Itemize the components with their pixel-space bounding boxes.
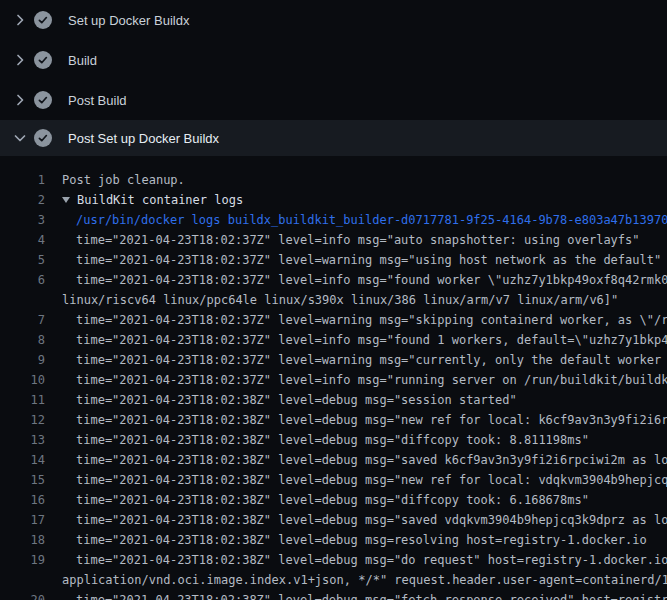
log-line: 7time="2021-04-23T18:02:37Z" level=warni… [0,310,667,330]
log-line: application/vnd.oci.image.index.v1+json,… [0,570,667,590]
step-row-post-setup-docker-buildx[interactable]: Post Set up Docker Buildx [0,120,667,156]
step-row-setup-docker-buildx[interactable]: Set up Docker Buildx [0,0,667,40]
log-line-number[interactable]: 12 [0,410,45,430]
log-line-number[interactable]: 10 [0,370,45,390]
log-line-number[interactable]: 13 [0,430,45,450]
log-line: 20time="2021-04-23T18:02:38Z" level=debu… [0,590,667,600]
log-line-number[interactable]: 14 [0,450,45,470]
chevron-right-icon [12,52,28,68]
log-line-number[interactable]: 16 [0,490,45,510]
log-line: 9time="2021-04-23T18:02:37Z" level=warni… [0,350,667,370]
log-line: 1Post job cleanup. [0,170,667,190]
collapse-triangle-icon [62,197,70,203]
success-check-icon [34,51,52,69]
log-line: 18time="2021-04-23T18:02:38Z" level=debu… [0,530,667,550]
log-line-text: linux/riscv64 linux/ppc64le linux/s390x … [45,290,667,310]
log-line: 12time="2021-04-23T18:02:38Z" level=debu… [0,410,667,430]
log-line: 3/usr/bin/docker logs buildx_buildkit_bu… [0,210,667,230]
log-line: 15time="2021-04-23T18:02:38Z" level=debu… [0,470,667,490]
log-line-text: time="2021-04-23T18:02:38Z" level=debug … [45,490,667,510]
log-line-text: time="2021-04-23T18:02:37Z" level=info m… [45,370,667,390]
chevron-down-icon [12,130,28,146]
log-line: 16time="2021-04-23T18:02:38Z" level=debu… [0,490,667,510]
log-line-text: time="2021-04-23T18:02:37Z" level=info m… [45,230,667,250]
log-line-text: time="2021-04-23T18:02:37Z" level=warnin… [45,250,667,270]
log-line-number[interactable]: 7 [0,310,45,330]
log-line-text: time="2021-04-23T18:02:37Z" level=warnin… [45,310,667,330]
log-line-text: time="2021-04-23T18:02:38Z" level=debug … [45,470,667,490]
log-line: 11time="2021-04-23T18:02:38Z" level=debu… [0,390,667,410]
log-line: 10time="2021-04-23T18:02:37Z" level=info… [0,370,667,390]
log-line: 4time="2021-04-23T18:02:37Z" level=info … [0,230,667,250]
log-line-text: time="2021-04-23T18:02:38Z" level=debug … [45,410,667,430]
log-line-number[interactable]: 19 [0,550,45,570]
success-check-icon [34,129,52,147]
log-line-text: time="2021-04-23T18:02:38Z" level=debug … [45,430,667,450]
log-line-number [0,290,45,310]
log-line-text: time="2021-04-23T18:02:38Z" level=debug … [45,530,667,550]
log-group-label[interactable]: BuildKit container logs [45,190,667,210]
steps-list: Set up Docker Buildx Build Post Build Po… [0,0,667,156]
log-line: 19time="2021-04-23T18:02:38Z" level=debu… [0,550,667,570]
log-line-number[interactable]: 17 [0,510,45,530]
log-line: 5time="2021-04-23T18:02:37Z" level=warni… [0,250,667,270]
log-line-text: time="2021-04-23T18:02:37Z" level=info m… [45,270,667,290]
log-line-text: time="2021-04-23T18:02:37Z" level=warnin… [45,350,667,370]
log-line: 17time="2021-04-23T18:02:38Z" level=debu… [0,510,667,530]
log-line-text: time="2021-04-23T18:02:38Z" level=debug … [45,550,667,570]
step-label: Post Build [68,93,127,108]
step-label: Post Set up Docker Buildx [68,131,219,146]
log-line-number[interactable]: 8 [0,330,45,350]
log-line-number[interactable]: 5 [0,250,45,270]
log-line-text: application/vnd.oci.image.index.v1+json,… [45,570,667,590]
log-line-number[interactable]: 6 [0,270,45,290]
log-line-text: Post job cleanup. [45,170,667,190]
log-line-number[interactable]: 9 [0,350,45,370]
log-viewer: 1Post job cleanup.2BuildKit container lo… [0,156,667,600]
log-line-number[interactable]: 2 [0,190,45,210]
step-label: Set up Docker Buildx [68,13,189,28]
log-line-text: time="2021-04-23T18:02:38Z" level=debug … [45,510,667,530]
log-line-number[interactable]: 15 [0,470,45,490]
log-line-number[interactable]: 3 [0,210,45,230]
step-label: Build [68,53,97,68]
log-line: 2BuildKit container logs [0,190,667,210]
log-line: 14time="2021-04-23T18:02:38Z" level=debu… [0,450,667,470]
log-line-number[interactable]: 20 [0,590,45,600]
log-line-text: time="2021-04-23T18:02:38Z" level=debug … [45,390,667,410]
log-line-number [0,570,45,590]
log-line-text: time="2021-04-23T18:02:37Z" level=info m… [45,330,667,350]
log-line: linux/riscv64 linux/ppc64le linux/s390x … [0,290,667,310]
step-row-post-build[interactable]: Post Build [0,80,667,120]
log-line-text: time="2021-04-23T18:02:38Z" level=debug … [45,450,667,470]
log-line: 13time="2021-04-23T18:02:38Z" level=debu… [0,430,667,450]
success-check-icon [34,91,52,109]
log-line-number[interactable]: 1 [0,170,45,190]
log-line-number[interactable]: 11 [0,390,45,410]
log-line-number[interactable]: 18 [0,530,45,550]
log-command-text: /usr/bin/docker logs buildx_buildkit_bui… [45,210,667,230]
log-line: 8time="2021-04-23T18:02:37Z" level=info … [0,330,667,350]
step-row-build[interactable]: Build [0,40,667,80]
log-line-number[interactable]: 4 [0,230,45,250]
log-line: 6time="2021-04-23T18:02:37Z" level=info … [0,270,667,290]
log-line-text: time="2021-04-23T18:02:38Z" level=debug … [45,590,667,600]
chevron-right-icon [12,12,28,28]
success-check-icon [34,11,52,29]
chevron-right-icon [12,92,28,108]
